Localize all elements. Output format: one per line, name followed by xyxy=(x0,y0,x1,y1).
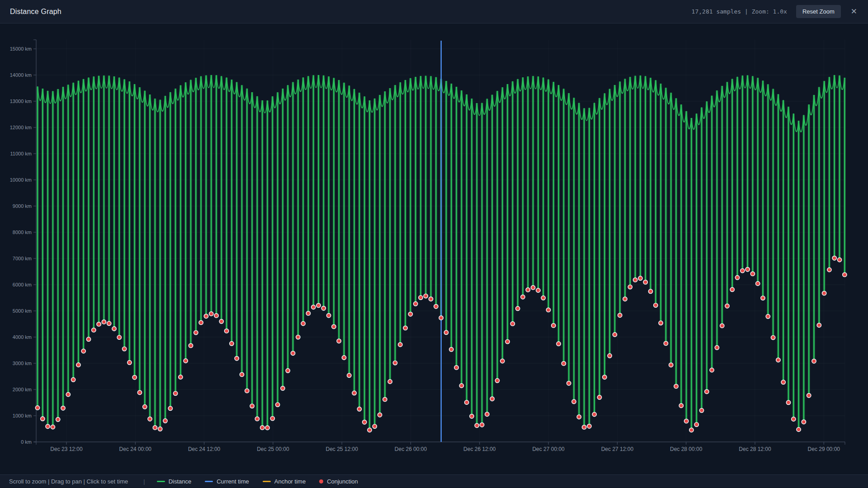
conjunction-marker[interactable] xyxy=(102,320,106,324)
conjunction-marker[interactable] xyxy=(485,412,489,416)
conjunction-marker[interactable] xyxy=(470,414,474,418)
conjunction-marker[interactable] xyxy=(802,420,806,424)
conjunction-marker[interactable] xyxy=(572,399,576,404)
conjunction-marker[interactable] xyxy=(694,422,698,427)
conjunction-marker[interactable] xyxy=(306,311,310,315)
conjunction-marker[interactable] xyxy=(199,320,203,324)
conjunction-marker[interactable] xyxy=(46,424,50,428)
conjunction-marker[interactable] xyxy=(260,426,264,430)
conjunction-marker[interactable] xyxy=(618,313,622,317)
conjunction-marker[interactable] xyxy=(781,380,785,384)
conjunction-marker[interactable] xyxy=(434,305,438,309)
conjunction-marker[interactable] xyxy=(597,395,601,399)
conjunction-marker[interactable] xyxy=(225,329,229,333)
conjunction-marker[interactable] xyxy=(357,407,361,411)
conjunction-marker[interactable] xyxy=(776,358,780,362)
conjunction-marker[interactable] xyxy=(730,287,734,291)
conjunction-marker[interactable] xyxy=(582,425,586,429)
conjunction-marker[interactable] xyxy=(490,397,494,401)
conjunction-marker[interactable] xyxy=(424,294,428,298)
conjunction-marker[interactable] xyxy=(255,417,259,421)
conjunction-marker[interactable] xyxy=(761,296,765,300)
distance-chart-canvas[interactable]: 0 km1000 km2000 km3000 km4000 km5000 km6… xyxy=(0,23,868,474)
conjunction-marker[interactable] xyxy=(648,289,652,293)
conjunction-marker[interactable] xyxy=(61,406,65,410)
conjunction-marker[interactable] xyxy=(608,354,612,358)
conjunction-marker[interactable] xyxy=(291,351,295,355)
conjunction-marker[interactable] xyxy=(797,427,801,432)
conjunction-marker[interactable] xyxy=(184,359,188,363)
conjunction-marker[interactable] xyxy=(654,303,658,307)
conjunction-marker[interactable] xyxy=(552,324,556,328)
conjunction-marker[interactable] xyxy=(449,347,453,352)
conjunction-marker[interactable] xyxy=(316,303,321,307)
conjunction-marker[interactable] xyxy=(771,336,775,340)
conjunction-marker[interactable] xyxy=(337,339,341,343)
conjunction-marker[interactable] xyxy=(750,272,755,276)
conjunction-marker[interactable] xyxy=(561,361,566,366)
close-icon[interactable]: ✕ xyxy=(850,7,858,16)
reset-zoom-button[interactable]: Reset Zoom xyxy=(796,5,841,18)
conjunction-marker[interactable] xyxy=(613,333,617,337)
conjunction-marker[interactable] xyxy=(689,428,693,432)
conjunction-marker[interactable] xyxy=(505,340,509,344)
conjunction-marker[interactable] xyxy=(587,424,591,428)
conjunction-marker[interactable] xyxy=(592,412,596,416)
conjunction-marker[interactable] xyxy=(311,305,316,309)
conjunction-marker[interactable] xyxy=(168,406,172,410)
conjunction-marker[interactable] xyxy=(429,297,433,301)
conjunction-marker[interactable] xyxy=(766,314,770,319)
conjunction-marker[interactable] xyxy=(674,384,678,388)
conjunction-marker[interactable] xyxy=(817,323,821,327)
conjunction-marker[interactable] xyxy=(557,342,561,346)
conjunction-marker[interactable] xyxy=(633,278,637,282)
conjunction-marker[interactable] xyxy=(276,403,280,407)
conjunction-marker[interactable] xyxy=(112,327,116,331)
conjunction-marker[interactable] xyxy=(546,308,550,312)
conjunction-marker[interactable] xyxy=(603,375,607,379)
conjunction-marker[interactable] xyxy=(669,363,673,367)
conjunction-marker[interactable] xyxy=(414,302,418,306)
conjunction-marker[interactable] xyxy=(51,425,55,429)
conjunction-marker[interactable] xyxy=(735,276,739,280)
conjunction-marker[interactable] xyxy=(97,322,101,326)
conjunction-marker[interactable] xyxy=(368,428,372,432)
conjunction-marker[interactable] xyxy=(363,420,367,424)
conjunction-marker[interactable] xyxy=(148,417,152,421)
conjunction-marker[interactable] xyxy=(827,267,831,272)
conjunction-marker[interactable] xyxy=(720,324,724,328)
conjunction-marker[interactable] xyxy=(516,306,520,310)
conjunction-marker[interactable] xyxy=(352,391,356,395)
conjunction-marker[interactable] xyxy=(123,347,127,351)
conjunction-marker[interactable] xyxy=(296,335,300,339)
conjunction-marker[interactable] xyxy=(240,372,244,376)
conjunction-marker[interactable] xyxy=(419,296,423,300)
conjunction-marker[interactable] xyxy=(807,394,811,398)
conjunction-marker[interactable] xyxy=(179,375,183,379)
conjunction-marker[interactable] xyxy=(214,314,218,318)
conjunction-marker[interactable] xyxy=(741,269,745,273)
conjunction-marker[interactable] xyxy=(92,328,96,332)
conjunction-marker[interactable] xyxy=(792,417,796,421)
conjunction-marker[interactable] xyxy=(567,381,571,385)
conjunction-marker[interactable] xyxy=(81,349,85,353)
conjunction-marker[interactable] xyxy=(132,375,137,380)
conjunction-marker[interactable] xyxy=(459,384,463,388)
conjunction-marker[interactable] xyxy=(189,343,193,347)
conjunction-marker[interactable] xyxy=(664,341,668,345)
conjunction-marker[interactable] xyxy=(699,408,703,413)
conjunction-marker[interactable] xyxy=(403,326,407,330)
conjunction-marker[interactable] xyxy=(577,415,581,419)
conjunction-marker[interactable] xyxy=(837,258,841,262)
conjunction-marker[interactable] xyxy=(383,397,387,401)
conjunction-marker[interactable] xyxy=(832,256,836,260)
conjunction-marker[interactable] xyxy=(710,368,714,372)
conjunction-marker[interactable] xyxy=(745,267,750,272)
conjunction-marker[interactable] xyxy=(35,406,39,410)
conjunction-marker[interactable] xyxy=(536,288,540,292)
conjunction-marker[interactable] xyxy=(56,418,60,422)
conjunction-marker[interactable] xyxy=(66,392,70,396)
conjunction-marker[interactable] xyxy=(393,361,397,365)
conjunction-marker[interactable] xyxy=(843,272,847,277)
conjunction-marker[interactable] xyxy=(480,423,484,427)
